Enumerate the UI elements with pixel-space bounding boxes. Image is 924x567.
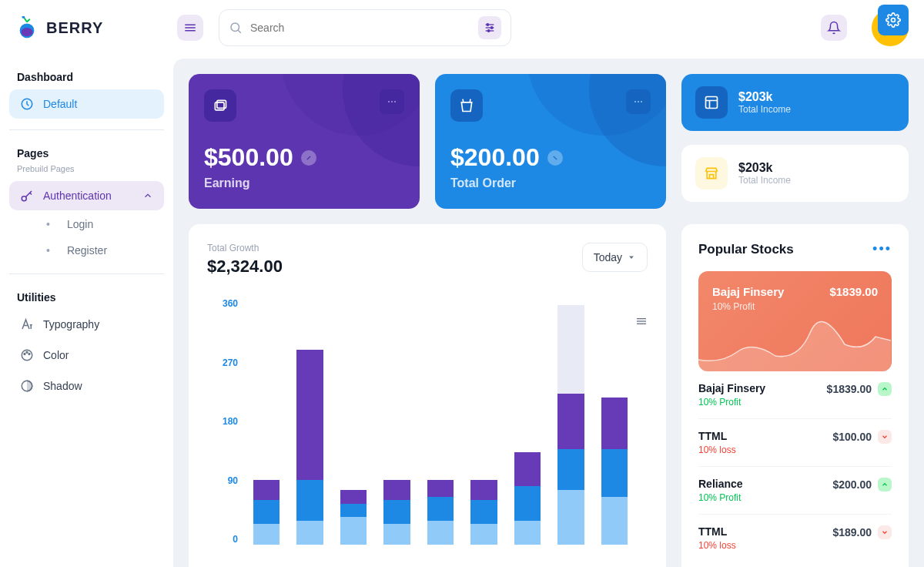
svg-point-7: [231, 23, 239, 32]
search-filter-button[interactable]: [478, 16, 501, 39]
chart-menu-button[interactable]: [635, 315, 648, 327]
bar-segment: [427, 497, 454, 521]
income-2-value: $203k: [738, 161, 791, 175]
order-icon: [450, 89, 483, 122]
svg-point-21: [24, 354, 25, 355]
stock-row[interactable]: TTML10% loss$189.00: [698, 515, 892, 562]
header: BERRY: [0, 0, 924, 55]
trend-down-icon: [547, 150, 563, 166]
main-content: $500.00 Earning $200.00: [173, 59, 924, 567]
sidebar-item-color[interactable]: Color: [9, 341, 164, 370]
sidebar-item-login[interactable]: Login: [35, 212, 164, 237]
bar-segment: [340, 517, 367, 545]
bar-segment: [601, 449, 628, 497]
featured-stock-sub: 10% Profit: [712, 301, 878, 312]
svg-point-32: [641, 101, 642, 102]
y-tick: 90: [228, 475, 238, 486]
chart-period-select[interactable]: Today: [582, 243, 648, 272]
svg-point-23: [28, 354, 30, 355]
stock-row[interactable]: Reliance10% Profit$200.00: [698, 467, 892, 515]
notifications-button[interactable]: [821, 15, 847, 41]
stock-row[interactable]: Bajaj Finsery10% Profit$1839.00: [698, 371, 892, 419]
y-tick: 180: [223, 416, 238, 427]
income-1-value: $203k: [738, 90, 791, 104]
order-value: $200.00: [450, 143, 540, 172]
sidebar-group-pages: Pages: [9, 141, 164, 164]
svg-point-14: [487, 30, 490, 32]
svg-marker-36: [629, 257, 634, 260]
sidebar-item-default[interactable]: Default: [9, 89, 164, 119]
income-1-label: Total Income: [738, 104, 791, 115]
order-label: Total Order: [450, 176, 651, 190]
trend-up-icon: [878, 478, 892, 492]
stock-sub: 10% loss: [698, 540, 736, 551]
brand-text: BERRY: [46, 19, 103, 37]
bar-segment: [470, 480, 497, 501]
bar-segment: [601, 497, 628, 545]
logo-icon: [15, 16, 38, 39]
bar-segment: [253, 524, 280, 545]
sidebar-group-pages-sub: Prebuild Pages: [9, 164, 164, 179]
svg-point-12: [487, 24, 489, 26]
stock-price: $100.00: [832, 431, 872, 443]
stock-price: $200.00: [832, 478, 872, 491]
bar-column: [470, 480, 497, 545]
earning-menu-button[interactable]: [380, 89, 404, 114]
svg-point-29: [394, 101, 396, 102]
growth-chart-card: Total Growth $2,324.00 Today 36027018090…: [189, 224, 666, 567]
sidebar-item-shadow[interactable]: Shadow: [9, 371, 164, 401]
settings-floating-button[interactable]: [878, 5, 909, 35]
bar-column: [514, 452, 541, 545]
chart-bars: [246, 298, 635, 545]
popular-stocks-card: Popular Stocks ••• Bajaj Finsery $1839.0…: [681, 224, 909, 567]
sidebar-item-register[interactable]: Register: [35, 238, 164, 263]
table-icon: [695, 86, 728, 119]
stock-sub: 10% loss: [698, 445, 736, 455]
palette-icon: [20, 348, 34, 362]
bar-segment: [557, 305, 584, 394]
caret-down-icon: [627, 253, 636, 262]
earning-card: $500.00 Earning: [189, 74, 420, 209]
menu-icon: [183, 21, 197, 35]
featured-stock: Bajaj Finsery $1839.00 10% Profit: [698, 271, 892, 371]
sidebar-item-label: Login: [67, 218, 93, 230]
sparkline-icon: [698, 317, 891, 371]
trend-down-icon: [878, 525, 892, 539]
order-menu-button[interactable]: [626, 89, 651, 114]
stocks-menu-button[interactable]: •••: [872, 241, 892, 257]
svg-point-27: [388, 101, 390, 102]
y-tick: 0: [233, 534, 238, 545]
typography-icon: [20, 317, 34, 331]
sidebar-item-label: Register: [67, 244, 107, 257]
sidebar-item-authentication[interactable]: Authentication: [9, 181, 164, 210]
stock-price: $189.00: [832, 526, 872, 538]
svg-point-30: [634, 101, 636, 102]
bar-segment: [253, 480, 280, 501]
bar-segment: [601, 398, 628, 449]
bar-segment: [470, 524, 497, 545]
stocks-title: Popular Stocks: [698, 242, 794, 257]
stock-row[interactable]: TTML10% loss$100.00: [698, 419, 892, 467]
search-box: [219, 9, 511, 46]
svg-point-2: [22, 28, 33, 36]
stock-name: Reliance: [698, 478, 743, 490]
bar-segment: [557, 394, 584, 448]
income-2-label: Total Income: [738, 175, 791, 186]
y-axis: 360270180900: [207, 298, 246, 545]
svg-point-13: [490, 27, 493, 29]
bar-column: [253, 480, 280, 545]
income-card-1: $203k Total Income: [681, 74, 909, 131]
shadow-icon: [20, 379, 34, 393]
bar-segment: [427, 521, 454, 545]
menu-toggle-button[interactable]: [177, 15, 203, 41]
bar-segment: [470, 500, 497, 524]
sidebar-item-label: Shadow: [43, 380, 82, 392]
dashboard-icon: [20, 97, 34, 111]
y-tick: 270: [223, 357, 238, 368]
menu-lines-icon: [635, 315, 648, 327]
logo[interactable]: BERRY: [15, 16, 162, 39]
search-input[interactable]: [250, 22, 470, 34]
sidebar-item-typography[interactable]: Typography: [9, 310, 164, 339]
bar-segment: [427, 480, 454, 497]
bar-column: [427, 480, 454, 545]
